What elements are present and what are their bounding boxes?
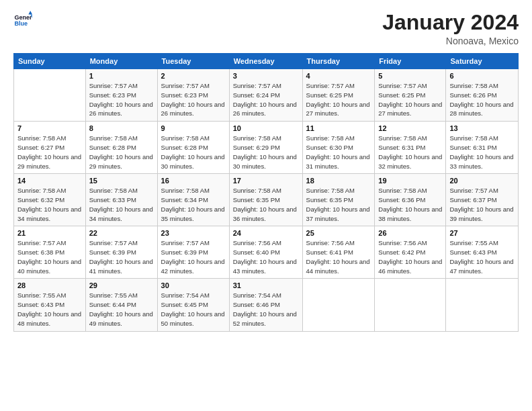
day-detail: Sunrise: 7:58 AMSunset: 6:35 PMDaylight:… xyxy=(306,186,371,223)
day-number: 15 xyxy=(89,177,154,185)
title-block: January 2024 Nonoava, Mexico xyxy=(382,11,519,46)
day-cell xyxy=(302,279,375,331)
day-number: 13 xyxy=(449,124,515,132)
day-cell: 26 Sunrise: 7:56 AMSunset: 6:42 PMDaylig… xyxy=(375,226,446,279)
day-detail: Sunrise: 7:57 AMSunset: 6:25 PMDaylight:… xyxy=(306,81,371,118)
day-detail: Sunrise: 7:58 AMSunset: 6:34 PMDaylight:… xyxy=(161,186,226,223)
day-cell: 20 Sunrise: 7:57 AMSunset: 6:37 PMDaylig… xyxy=(446,174,519,226)
day-number: 19 xyxy=(378,177,442,185)
day-cell xyxy=(446,279,519,331)
day-detail: Sunrise: 7:57 AMSunset: 6:25 PMDaylight:… xyxy=(378,81,442,118)
day-cell: 18 Sunrise: 7:58 AMSunset: 6:35 PMDaylig… xyxy=(302,174,375,226)
day-number: 29 xyxy=(89,281,154,289)
day-cell: 13 Sunrise: 7:58 AMSunset: 6:31 PMDaylig… xyxy=(446,122,519,174)
day-detail: Sunrise: 7:58 AMSunset: 6:31 PMDaylight:… xyxy=(449,134,515,171)
day-cell: 5 Sunrise: 7:57 AMSunset: 6:25 PMDayligh… xyxy=(375,69,446,122)
day-detail: Sunrise: 7:57 AMSunset: 6:39 PMDaylight:… xyxy=(89,238,154,275)
day-detail: Sunrise: 7:57 AMSunset: 6:38 PMDaylight:… xyxy=(17,238,82,275)
day-number: 28 xyxy=(17,281,82,289)
day-number: 12 xyxy=(378,124,442,132)
day-cell: 8 Sunrise: 7:58 AMSunset: 6:28 PMDayligh… xyxy=(85,122,157,174)
day-detail: Sunrise: 7:58 AMSunset: 6:36 PMDaylight:… xyxy=(378,186,442,223)
day-number: 9 xyxy=(161,124,226,132)
svg-text:Blue: Blue xyxy=(14,20,28,27)
col-sunday: Sunday xyxy=(14,54,86,69)
day-detail: Sunrise: 7:55 AMSunset: 6:43 PMDaylight:… xyxy=(449,238,515,275)
day-detail: Sunrise: 7:56 AMSunset: 6:40 PMDaylight:… xyxy=(233,238,299,275)
day-cell: 7 Sunrise: 7:58 AMSunset: 6:27 PMDayligh… xyxy=(14,122,86,174)
day-number: 16 xyxy=(161,177,226,185)
day-detail: Sunrise: 7:54 AMSunset: 6:46 PMDaylight:… xyxy=(233,291,299,328)
day-detail: Sunrise: 7:57 AMSunset: 6:24 PMDaylight:… xyxy=(233,81,299,118)
col-wednesday: Wednesday xyxy=(229,54,302,69)
day-cell: 3 Sunrise: 7:57 AMSunset: 6:24 PMDayligh… xyxy=(229,69,302,122)
week-row-1: 1 Sunrise: 7:57 AMSunset: 6:23 PMDayligh… xyxy=(14,69,519,122)
day-number: 27 xyxy=(449,229,515,237)
col-thursday: Thursday xyxy=(302,54,375,69)
week-row-2: 7 Sunrise: 7:58 AMSunset: 6:27 PMDayligh… xyxy=(14,122,519,174)
day-number: 8 xyxy=(89,124,154,132)
col-monday: Monday xyxy=(85,54,157,69)
day-cell: 30 Sunrise: 7:54 AMSunset: 6:45 PMDaylig… xyxy=(157,279,229,331)
day-detail: Sunrise: 7:57 AMSunset: 6:37 PMDaylight:… xyxy=(449,186,515,223)
calendar-page: General Blue January 2024 Nonoava, Mexic… xyxy=(0,0,532,411)
location: Nonoava, Mexico xyxy=(382,36,519,46)
day-number: 18 xyxy=(306,177,371,185)
day-detail: Sunrise: 7:58 AMSunset: 6:28 PMDaylight:… xyxy=(161,134,226,171)
day-number: 26 xyxy=(378,229,442,237)
day-number: 1 xyxy=(89,72,154,80)
day-cell: 11 Sunrise: 7:58 AMSunset: 6:30 PMDaylig… xyxy=(302,122,375,174)
day-detail: Sunrise: 7:58 AMSunset: 6:33 PMDaylight:… xyxy=(89,186,154,223)
day-number: 2 xyxy=(161,72,226,80)
calendar-table: Sunday Monday Tuesday Wednesday Thursday… xyxy=(13,53,519,331)
day-number: 24 xyxy=(233,229,299,237)
day-number: 21 xyxy=(17,229,82,237)
day-number: 3 xyxy=(233,72,299,80)
col-saturday: Saturday xyxy=(446,54,519,69)
day-number: 23 xyxy=(161,229,226,237)
svg-text:General: General xyxy=(14,14,32,21)
day-number: 10 xyxy=(233,124,299,132)
day-cell: 21 Sunrise: 7:57 AMSunset: 6:38 PMDaylig… xyxy=(14,226,86,279)
day-cell: 12 Sunrise: 7:58 AMSunset: 6:31 PMDaylig… xyxy=(375,122,446,174)
day-cell: 16 Sunrise: 7:58 AMSunset: 6:34 PMDaylig… xyxy=(157,174,229,226)
day-number: 20 xyxy=(449,177,515,185)
day-cell: 14 Sunrise: 7:58 AMSunset: 6:32 PMDaylig… xyxy=(14,174,86,226)
day-number: 6 xyxy=(449,72,515,80)
day-cell: 29 Sunrise: 7:55 AMSunset: 6:44 PMDaylig… xyxy=(85,279,157,331)
day-cell xyxy=(14,69,86,122)
day-cell: 31 Sunrise: 7:54 AMSunset: 6:46 PMDaylig… xyxy=(229,279,302,331)
day-number: 31 xyxy=(233,281,299,289)
day-cell: 10 Sunrise: 7:58 AMSunset: 6:29 PMDaylig… xyxy=(229,122,302,174)
day-cell: 17 Sunrise: 7:58 AMSunset: 6:35 PMDaylig… xyxy=(229,174,302,226)
day-detail: Sunrise: 7:57 AMSunset: 6:23 PMDaylight:… xyxy=(161,81,226,118)
logo: General Blue xyxy=(13,11,32,30)
day-detail: Sunrise: 7:58 AMSunset: 6:28 PMDaylight:… xyxy=(89,134,154,171)
day-cell: 9 Sunrise: 7:58 AMSunset: 6:28 PMDayligh… xyxy=(157,122,229,174)
day-detail: Sunrise: 7:54 AMSunset: 6:45 PMDaylight:… xyxy=(161,291,226,328)
header: General Blue January 2024 Nonoava, Mexic… xyxy=(13,11,519,46)
month-title: January 2024 xyxy=(382,11,519,34)
day-detail: Sunrise: 7:57 AMSunset: 6:23 PMDaylight:… xyxy=(89,81,154,118)
day-cell: 25 Sunrise: 7:56 AMSunset: 6:41 PMDaylig… xyxy=(302,226,375,279)
day-cell: 6 Sunrise: 7:58 AMSunset: 6:26 PMDayligh… xyxy=(446,69,519,122)
day-cell: 1 Sunrise: 7:57 AMSunset: 6:23 PMDayligh… xyxy=(85,69,157,122)
day-number: 17 xyxy=(233,177,299,185)
day-cell: 27 Sunrise: 7:55 AMSunset: 6:43 PMDaylig… xyxy=(446,226,519,279)
week-row-3: 14 Sunrise: 7:58 AMSunset: 6:32 PMDaylig… xyxy=(14,174,519,226)
day-cell: 22 Sunrise: 7:57 AMSunset: 6:39 PMDaylig… xyxy=(85,226,157,279)
day-number: 7 xyxy=(17,124,82,132)
week-row-4: 21 Sunrise: 7:57 AMSunset: 6:38 PMDaylig… xyxy=(14,226,519,279)
day-detail: Sunrise: 7:58 AMSunset: 6:29 PMDaylight:… xyxy=(233,134,299,171)
day-number: 11 xyxy=(306,124,371,132)
day-detail: Sunrise: 7:58 AMSunset: 6:27 PMDaylight:… xyxy=(17,134,82,171)
col-tuesday: Tuesday xyxy=(157,54,229,69)
day-detail: Sunrise: 7:56 AMSunset: 6:41 PMDaylight:… xyxy=(306,238,371,275)
day-number: 14 xyxy=(17,177,82,185)
day-cell: 4 Sunrise: 7:57 AMSunset: 6:25 PMDayligh… xyxy=(302,69,375,122)
day-number: 5 xyxy=(378,72,442,80)
day-detail: Sunrise: 7:58 AMSunset: 6:32 PMDaylight:… xyxy=(17,186,82,223)
day-cell: 2 Sunrise: 7:57 AMSunset: 6:23 PMDayligh… xyxy=(157,69,229,122)
day-detail: Sunrise: 7:55 AMSunset: 6:44 PMDaylight:… xyxy=(89,291,154,328)
day-detail: Sunrise: 7:58 AMSunset: 6:31 PMDaylight:… xyxy=(378,134,442,171)
